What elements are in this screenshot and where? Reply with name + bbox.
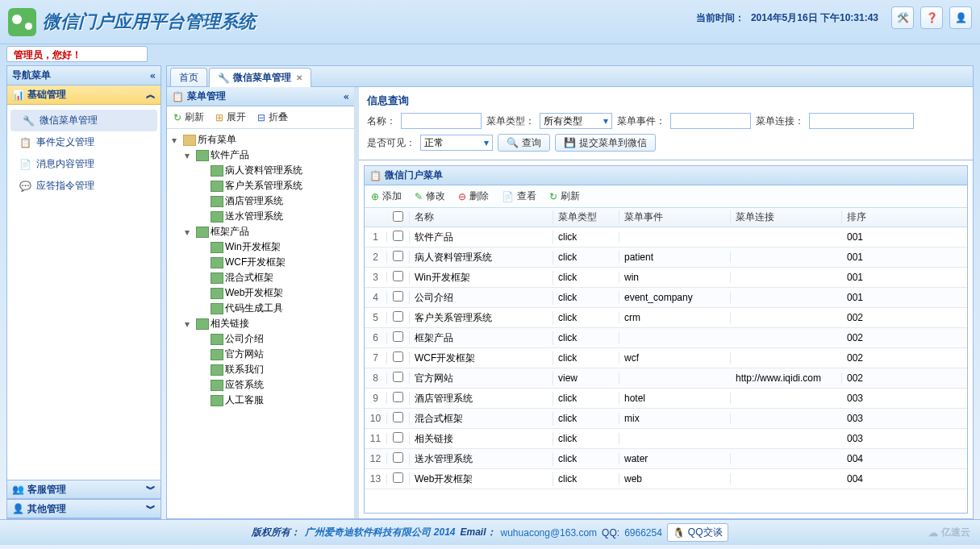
tree-expand-button[interactable]: ⊞展开: [215, 110, 246, 124]
table-row[interactable]: 9 酒店管理系统 click hotel 003: [365, 389, 967, 409]
edit-button[interactable]: ✎修改: [415, 189, 445, 203]
type-combo[interactable]: 所有类型▾: [540, 113, 612, 129]
row-checkbox[interactable]: [393, 372, 403, 382]
table-row[interactable]: 3 Win开发框架 click win 001: [365, 268, 967, 288]
tab-wxmenu[interactable]: 🔧微信菜单管理✕: [209, 68, 311, 87]
cell-chk[interactable]: [387, 432, 410, 445]
collapse-west-icon[interactable]: «: [150, 70, 156, 81]
qq-chat-button[interactable]: 🐧QQ交谈: [667, 523, 728, 542]
row-checkbox[interactable]: [393, 472, 403, 483]
chevron-up-icon: ︽: [146, 88, 156, 102]
tree-leaf[interactable]: 病人资料管理系统: [167, 163, 354, 178]
cell-chk[interactable]: [387, 392, 410, 405]
cell-chk[interactable]: [387, 412, 410, 425]
tree-leaf[interactable]: 代码生成工具: [167, 301, 354, 316]
row-checkbox[interactable]: [393, 331, 403, 342]
add-button[interactable]: ⊕添加: [371, 189, 402, 203]
view-button[interactable]: 📄查看: [502, 189, 536, 203]
table-row[interactable]: 4 公司介绍 click event_company 001: [365, 288, 967, 308]
row-checkbox[interactable]: [393, 452, 403, 463]
row-checkbox[interactable]: [393, 412, 403, 422]
help-icon[interactable]: ❓: [920, 6, 943, 29]
cell-chk[interactable]: [387, 351, 410, 364]
link-input[interactable]: [809, 113, 914, 129]
tree-leaf[interactable]: 酒店管理系统: [167, 193, 354, 209]
tree-root[interactable]: ▾ 所有菜单: [167, 132, 354, 148]
row-checkbox[interactable]: [393, 271, 403, 281]
user-icon[interactable]: 👤: [949, 6, 972, 29]
nav-item-wxmenu[interactable]: 🔧微信菜单管理: [10, 110, 157, 131]
accordion-other[interactable]: 👤其他管理 ︾: [7, 499, 161, 518]
table-row[interactable]: 10 混合式框架 click mix 003: [365, 409, 967, 429]
close-icon[interactable]: ✕: [296, 73, 302, 82]
table-row[interactable]: 1 软件产品 click 001: [365, 227, 967, 247]
cell-chk[interactable]: [387, 271, 410, 284]
search-button[interactable]: 🔍查询: [498, 134, 550, 152]
tree-refresh-button[interactable]: ↻刷新: [173, 110, 204, 124]
collapse-tree-icon[interactable]: «: [344, 91, 349, 102]
tree-leaf[interactable]: 应答系统: [167, 377, 354, 393]
tree-leaf[interactable]: 联系我们: [167, 362, 354, 377]
col-link[interactable]: 菜单连接: [731, 210, 842, 224]
tree-leaf[interactable]: 客户关系管理系统: [167, 178, 354, 193]
row-checkbox[interactable]: [393, 392, 403, 402]
cell-chk[interactable]: [387, 372, 410, 385]
leaf-icon: [211, 165, 223, 177]
check-all[interactable]: [393, 211, 403, 222]
tree-collapse-button[interactable]: ⊟折叠: [257, 110, 288, 124]
row-checkbox[interactable]: [393, 251, 403, 261]
cell-name: 客户关系管理系统: [410, 311, 553, 325]
col-type[interactable]: 菜单类型: [553, 210, 619, 224]
tab-home[interactable]: 首页: [170, 68, 207, 86]
accordion-service[interactable]: 👥客服管理 ︾: [7, 480, 161, 499]
row-checkbox[interactable]: [393, 311, 403, 322]
table-row[interactable]: 11 相关链接 click 003: [365, 429, 967, 449]
cell-chk[interactable]: [387, 291, 410, 304]
row-checkbox[interactable]: [393, 351, 403, 362]
accordion-basic[interactable]: 📊基础管理 ︽: [7, 85, 161, 105]
col-chk-header[interactable]: [387, 211, 410, 224]
name-input[interactable]: [401, 113, 482, 129]
tree-leaf[interactable]: Web开发框架: [167, 285, 354, 301]
tree-node[interactable]: ▾ 相关链接: [167, 316, 354, 331]
table-row[interactable]: 7 WCF开发框架 click wcf 002: [365, 348, 967, 368]
table-row[interactable]: 5 客户关系管理系统 click crm 002: [365, 308, 967, 328]
cell-chk[interactable]: [387, 311, 410, 324]
row-checkbox[interactable]: [393, 291, 403, 302]
cell-chk[interactable]: [387, 452, 410, 465]
tree-leaf[interactable]: Win开发框架: [167, 239, 354, 255]
email-link[interactable]: wuhuacong@163.com: [501, 527, 598, 539]
visible-combo[interactable]: 正常▾: [420, 135, 493, 151]
table-row[interactable]: 13 Web开发框架 click web 004: [365, 469, 967, 489]
nav-item-event[interactable]: 📋事件定义管理: [7, 131, 161, 153]
leaf-icon: [211, 196, 223, 207]
cell-chk[interactable]: [387, 472, 410, 485]
nav-item-message[interactable]: 📄消息内容管理: [7, 153, 161, 175]
table-row[interactable]: 12 送水管理系统 click water 004: [365, 449, 967, 469]
event-input[interactable]: [670, 113, 751, 129]
tree-node[interactable]: ▾ 框架产品: [167, 224, 354, 239]
col-event[interactable]: 菜单事件: [619, 210, 731, 224]
tree-leaf[interactable]: 送水管理系统: [167, 209, 354, 224]
row-checkbox[interactable]: [393, 231, 403, 241]
nav-item-reply[interactable]: 💬应答指令管理: [7, 175, 161, 197]
col-name[interactable]: 名称: [410, 210, 553, 224]
cell-chk[interactable]: [387, 331, 410, 344]
table-row[interactable]: 8 官方网站 view http://www.iqidi.com 002: [365, 368, 967, 389]
tree-leaf[interactable]: 混合式框架: [167, 270, 354, 285]
col-sort[interactable]: 排序: [842, 210, 967, 224]
submit-button[interactable]: 💾提交菜单到微信: [555, 134, 656, 152]
delete-button[interactable]: ⊖删除: [458, 189, 489, 203]
grid-refresh-button[interactable]: ↻刷新: [549, 189, 580, 203]
tools-icon[interactable]: 🛠️: [891, 6, 914, 29]
cell-chk[interactable]: [387, 231, 410, 243]
cell-chk[interactable]: [387, 251, 410, 264]
row-checkbox[interactable]: [393, 432, 403, 443]
table-row[interactable]: 6 框架产品 click 002: [365, 328, 967, 348]
tree-leaf[interactable]: 官方网站: [167, 347, 354, 362]
tree-leaf[interactable]: 人工客服: [167, 393, 354, 408]
table-row[interactable]: 2 病人资料管理系统 click patient 001: [365, 247, 967, 268]
tree-leaf[interactable]: 公司介绍: [167, 331, 354, 347]
tree-leaf[interactable]: WCF开发框架: [167, 255, 354, 270]
tree-node[interactable]: ▾ 软件产品: [167, 148, 354, 163]
